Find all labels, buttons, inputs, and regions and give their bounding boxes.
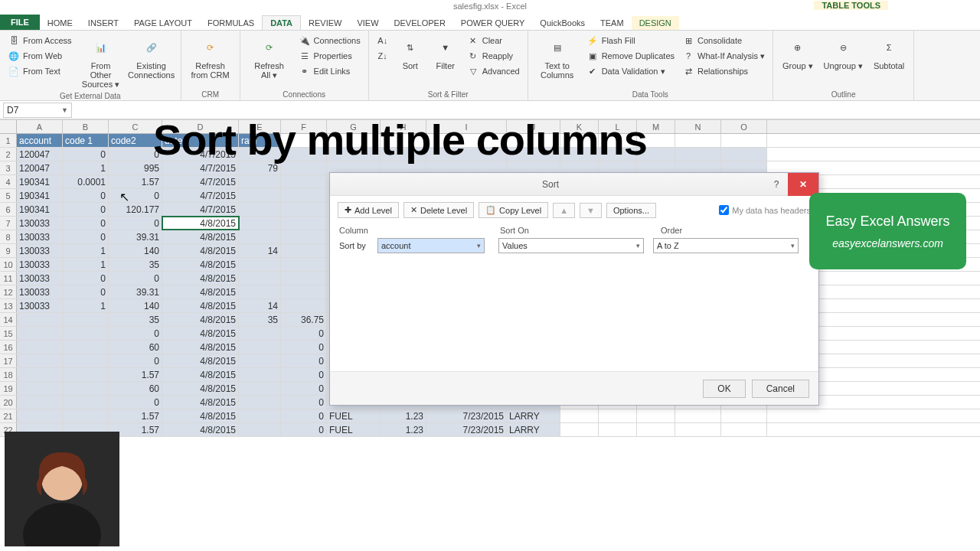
cell[interactable]: 1.23 — [381, 423, 426, 436]
row-header[interactable]: 9 — [0, 244, 17, 257]
tab-data[interactable]: DATA — [262, 15, 301, 30]
filter-button[interactable]: ▼Filter — [430, 34, 461, 72]
cell[interactable] — [239, 327, 281, 340]
cell[interactable] — [675, 423, 721, 436]
cell[interactable]: 4/8/2015 — [162, 217, 239, 230]
remove-duplicates-button[interactable]: ▣Remove Duplicates — [585, 49, 676, 63]
tab-quickbooks[interactable]: QuickBooks — [532, 16, 593, 30]
cancel-button[interactable]: Cancel — [752, 380, 809, 398]
cell[interactable]: 130033 — [17, 285, 63, 298]
cell[interactable]: 0 — [109, 217, 162, 230]
data-validation-button[interactable]: ✔Data Validation ▾ — [585, 64, 676, 78]
cell[interactable]: 0 — [281, 327, 327, 340]
cell[interactable] — [281, 175, 327, 188]
row-header[interactable]: 15 — [0, 327, 17, 340]
order-select[interactable]: A to Z▾ — [653, 238, 799, 253]
cell[interactable]: 0 — [281, 409, 327, 422]
dialog-titlebar[interactable]: Sort ? ✕ — [330, 173, 818, 196]
cell[interactable]: 35 — [109, 258, 162, 271]
cell[interactable] — [281, 244, 327, 257]
cell[interactable]: 1 — [63, 258, 109, 271]
tab-team[interactable]: TEAM — [593, 16, 632, 30]
text-to-columns-button[interactable]: ▤Text to Columns — [534, 34, 580, 81]
cell[interactable]: 4/8/2015 — [162, 230, 239, 243]
tab-review[interactable]: REVIEW — [301, 16, 349, 30]
reapply-button[interactable]: ↻Reapply — [466, 49, 521, 63]
tab-developer[interactable]: DEVELOPER — [387, 16, 453, 30]
copy-level-button[interactable]: 📋Copy Level — [479, 202, 548, 218]
cell[interactable] — [63, 368, 109, 381]
cell[interactable]: 4/8/2015 — [162, 258, 239, 271]
cell[interactable] — [17, 382, 63, 395]
cell[interactable] — [239, 258, 281, 271]
row-header[interactable]: 21 — [0, 409, 17, 422]
cell[interactable]: 190341 — [17, 203, 63, 216]
row-header[interactable]: 5 — [0, 189, 17, 202]
cell[interactable]: 1 — [63, 299, 109, 312]
name-box[interactable]: D7 ▼ — [3, 103, 72, 118]
cell[interactable] — [63, 327, 109, 340]
dialog-close-button[interactable]: ✕ — [788, 173, 818, 196]
cell[interactable] — [281, 285, 327, 298]
cell[interactable]: 4/8/2015 — [162, 396, 239, 409]
tab-page-layout[interactable]: PAGE LAYOUT — [126, 16, 200, 30]
options-button[interactable]: Options... — [606, 203, 656, 218]
cell[interactable]: 1.57 — [109, 368, 162, 381]
cell[interactable] — [721, 148, 767, 161]
cell[interactable]: 0 — [63, 189, 109, 202]
cell[interactable] — [17, 354, 63, 367]
cell[interactable]: 35 — [239, 313, 281, 326]
row-header[interactable]: 13 — [0, 299, 17, 312]
col-header[interactable]: O — [721, 120, 767, 133]
cell[interactable]: 7/23/2015 — [426, 423, 507, 436]
add-level-button[interactable]: ✚Add Level — [338, 202, 399, 218]
cell[interactable] — [239, 189, 281, 202]
cell[interactable] — [281, 258, 327, 271]
cell[interactable]: 7/23/2015 — [426, 409, 507, 422]
cell[interactable]: 140 — [109, 244, 162, 257]
cell[interactable]: 0 — [63, 148, 109, 161]
cell[interactable] — [239, 409, 281, 422]
cell[interactable] — [17, 409, 63, 422]
from-text-button[interactable]: 📄From Text — [6, 64, 74, 78]
cell[interactable]: 4/8/2015 — [162, 285, 239, 298]
cell[interactable] — [599, 409, 637, 422]
refresh-all-button[interactable]: ⟳Refresh All ▾ — [247, 34, 292, 81]
group-button[interactable]: ⊕Group ▾ — [779, 34, 816, 72]
clear-button[interactable]: ✕Clear — [466, 34, 521, 47]
cell[interactable]: LARRY — [507, 409, 560, 422]
cell[interactable]: 4/8/2015 — [162, 327, 239, 340]
cell[interactable]: 0 — [109, 396, 162, 409]
cell[interactable]: 39.31 — [109, 230, 162, 243]
connections-button[interactable]: 🔌Connections — [297, 34, 362, 47]
cell[interactable] — [239, 175, 281, 188]
cell[interactable]: 4/8/2015 — [162, 313, 239, 326]
cell[interactable] — [599, 423, 637, 436]
sort-az-button[interactable]: A↓ — [375, 34, 390, 47]
cell[interactable]: 4/7/2015 — [162, 203, 239, 216]
cell[interactable]: 0 — [63, 285, 109, 298]
row-header[interactable]: 16 — [0, 341, 17, 354]
edit-links-button[interactable]: ⚭Edit Links — [297, 64, 362, 78]
tab-file[interactable]: FILE — [0, 15, 40, 30]
cell[interactable]: 0 — [109, 354, 162, 367]
from-access-button[interactable]: 🗄From Access — [6, 34, 74, 47]
col-header[interactable]: N — [675, 120, 721, 133]
consolidate-button[interactable]: ⊞Consolidate — [681, 34, 766, 47]
cell[interactable] — [239, 382, 281, 395]
dialog-help-button[interactable]: ? — [765, 173, 788, 196]
tab-formulas[interactable]: FORMULAS — [200, 16, 262, 30]
cell[interactable] — [281, 189, 327, 202]
cell[interactable]: 4/7/2015 — [162, 189, 239, 202]
sort-button[interactable]: ⇅Sort — [395, 34, 426, 72]
what-if-button[interactable]: ?What-If Analysis ▾ — [681, 49, 766, 63]
cell[interactable]: 0 — [63, 203, 109, 216]
cell[interactable]: 120047 — [17, 148, 63, 161]
properties-button[interactable]: ☰Properties — [297, 49, 362, 63]
row-header[interactable]: 6 — [0, 203, 17, 216]
cell[interactable] — [239, 217, 281, 230]
cell[interactable]: 0 — [63, 230, 109, 243]
cell[interactable] — [17, 341, 63, 354]
select-all-corner[interactable] — [0, 120, 17, 133]
tab-design[interactable]: DESIGN — [632, 16, 679, 30]
